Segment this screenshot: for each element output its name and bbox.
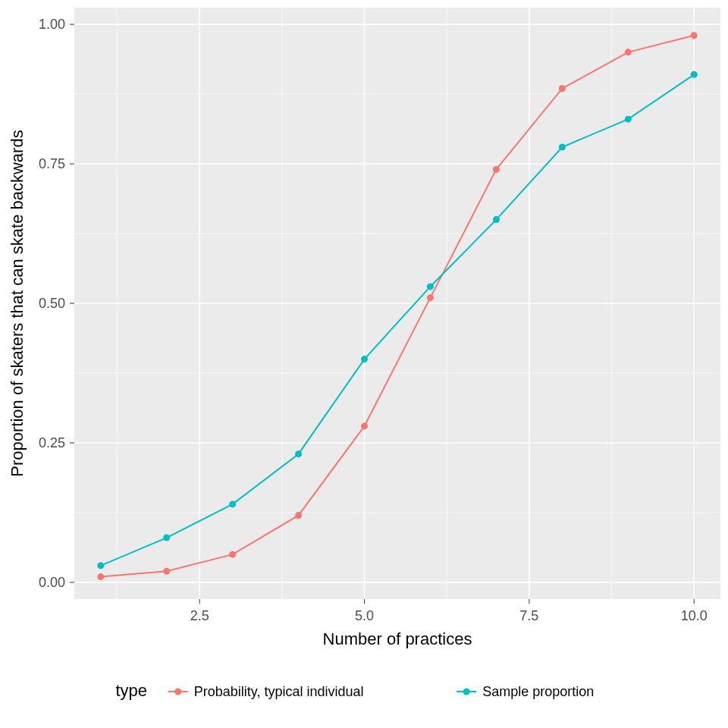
x-tick-label: 2.5 xyxy=(190,608,209,623)
x-axis: 2.55.07.510.0 xyxy=(190,599,708,623)
series-point xyxy=(559,143,566,150)
series-point xyxy=(163,535,170,541)
x-tick-label: 10.0 xyxy=(681,608,708,623)
legend-key-point xyxy=(174,689,181,695)
legend-key-point xyxy=(463,689,470,695)
y-tick-label: 1.00 xyxy=(39,17,65,32)
y-tick-label: 0.25 xyxy=(39,435,65,450)
series-point xyxy=(97,562,104,569)
series-point xyxy=(559,85,566,92)
y-axis-title: Proportion of skaters that can skate bac… xyxy=(8,130,27,476)
y-axis: 0.000.250.500.751.00 xyxy=(39,17,74,590)
series-point xyxy=(493,216,500,223)
x-tick-label: 5.0 xyxy=(355,608,374,623)
chart-container: 2.55.07.510.0 0.000.250.500.751.00 Numbe… xyxy=(0,0,728,728)
series-point xyxy=(691,32,698,39)
series-point xyxy=(427,294,434,301)
legend: typeProbability, typical individualSampl… xyxy=(115,681,594,701)
legend-item-label: Sample proportion xyxy=(482,684,594,699)
x-axis-title: Number of practices xyxy=(323,629,472,648)
y-tick-label: 0.75 xyxy=(39,156,65,171)
legend-title: type xyxy=(115,681,147,700)
series-point xyxy=(361,356,368,362)
x-tick-label: 7.5 xyxy=(519,608,538,623)
plot-panel xyxy=(74,8,720,599)
series-point xyxy=(625,116,632,123)
series-point xyxy=(229,551,236,558)
legend-item-label: Probability, typical individual xyxy=(194,684,364,699)
series-point xyxy=(691,71,698,78)
y-tick-label: 0.50 xyxy=(39,296,65,311)
series-point xyxy=(493,166,500,173)
y-tick-label: 0.00 xyxy=(39,575,65,590)
series-point xyxy=(229,500,236,507)
series-point xyxy=(97,573,104,580)
series-point xyxy=(361,422,368,429)
series-point xyxy=(427,283,434,290)
series-point xyxy=(295,450,302,457)
series-point xyxy=(295,512,302,519)
chart-svg: 2.55.07.510.0 0.000.250.500.751.00 Numbe… xyxy=(0,0,728,728)
series-point xyxy=(625,49,632,55)
series-point xyxy=(163,568,170,575)
